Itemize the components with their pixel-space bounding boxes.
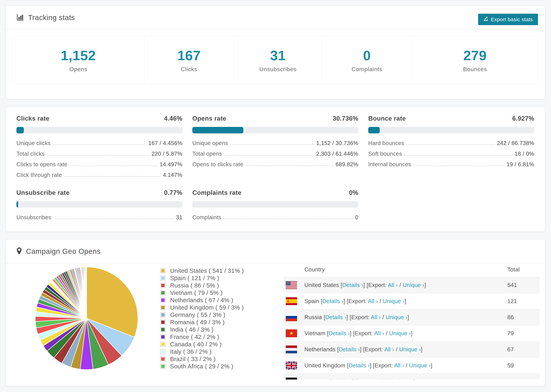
stat-row-value: 220 / 5.87% [151, 151, 182, 157]
stat-row-label: Opens to clicks rate [192, 161, 243, 168]
rate-value: 4.46% [164, 115, 182, 122]
dotted-leader [230, 144, 314, 145]
details-link[interactable]: Details › [329, 330, 350, 336]
details-link[interactable]: Details › [339, 346, 360, 352]
legend-swatch [160, 290, 166, 295]
stat-row-value: 14.497% [160, 161, 182, 168]
rate-value: 30.736% [333, 115, 358, 122]
rates-card: Clicks rate4.46%Unique clicks167 / 4.456… [6, 107, 545, 232]
export-all-link[interactable]: All › [384, 346, 394, 352]
bracket: ] [350, 330, 353, 336]
stat-row: Internal bounces19 / 6.81% [368, 161, 534, 168]
export-unique-link[interactable]: Unique › [383, 298, 404, 304]
slash: / [387, 378, 392, 379]
export-all-link[interactable]: All › [388, 282, 398, 288]
geo-title: Campaign Geo Opens [26, 247, 101, 256]
export-all-link[interactable]: All › [374, 330, 384, 336]
export-all-link[interactable]: All › [394, 362, 404, 369]
legend-swatch [160, 283, 166, 288]
legend-item-spain[interactable]: Spain ( 121 / 7% ) [160, 274, 244, 282]
country-name: Vietnam [304, 330, 327, 336]
legend-item-vietnam[interactable]: Vietnam ( 79 / 5% ) [160, 289, 244, 296]
legend-swatch [160, 334, 166, 340]
rate-value: 6.927% [512, 115, 534, 122]
legend-item-russia[interactable]: Russia ( 86 / 5% ) [160, 282, 244, 289]
rate-block-complaints-rate: Complaints rate0%Complaints0 [192, 189, 358, 221]
legend-item-canada[interactable]: Canada ( 40 / 2% ) [160, 341, 244, 348]
export-unique-link[interactable]: Unique › [386, 314, 407, 320]
legend-label: United Kingdom ( 59 / 3% ) [170, 304, 244, 311]
country-row-text: Russia [Details ›] [Export: All › / Uniq… [304, 314, 409, 321]
legend-item-romania[interactable]: Romania ( 49 / 3% ) [160, 318, 244, 326]
legend-item-united-kingdom[interactable]: United Kingdom ( 59 / 3% ) [160, 304, 244, 311]
campaign-geo-opens-card: Campaign Geo Opens United States ( 541 /… [6, 239, 545, 386]
details-link[interactable]: Details › [342, 282, 363, 288]
stat-row-value: 2,303 / 61.446% [316, 151, 358, 157]
export-unique-link[interactable]: Unique › [403, 282, 424, 288]
rate-title: Bounce rate [368, 115, 406, 122]
slash: / [398, 282, 403, 288]
stat-row-label: Total opens [192, 151, 222, 157]
legend-swatch [160, 268, 166, 273]
country-cell: United States [Details ›] [Export: All ›… [284, 281, 507, 289]
slash: / [378, 298, 383, 304]
export-all-link[interactable]: All › [368, 298, 378, 304]
details-link[interactable]: Details › [331, 378, 353, 379]
country-name: United Kingdom [304, 362, 347, 369]
bracket: ] [411, 330, 412, 336]
details-link[interactable]: Details › [349, 362, 370, 369]
country-row-text: Spain [Details ›] [Export: All › / Uniqu… [304, 298, 406, 304]
stat-cell-unsubscribes: 31Unsubscribes [233, 36, 323, 84]
legend-item-south-africa[interactable]: South Africa ( 29 / 2% ) [160, 363, 244, 370]
stat-row-value: 242 / 86.738% [497, 140, 534, 147]
stat-row: Complaints0 [192, 214, 358, 221]
bracket: ] [413, 378, 415, 379]
legend-item-netherlands[interactable]: Netherlands ( 67 / 4% ) [160, 296, 244, 304]
bracket: ] [404, 298, 406, 304]
bracket: ] [424, 282, 426, 288]
bracket: ] [360, 346, 363, 352]
bracket: ] [352, 378, 356, 379]
stat-row: Soft bounces18 / 0% [368, 151, 534, 157]
export-unique-link[interactable]: Unique › [399, 346, 421, 352]
stat-row-label: Total clicks [16, 151, 44, 157]
details-link[interactable]: Details › [325, 314, 346, 320]
legend-item-germany[interactable]: Germany ( 55 / 3% ) [160, 311, 244, 318]
stat-value: 167 [177, 48, 201, 63]
export-unique-link[interactable]: Unique › [409, 362, 431, 369]
slash: / [381, 314, 386, 320]
stat-row-label: Click through rate [16, 172, 62, 178]
legend-item-france[interactable]: France ( 42 / 2% ) [160, 333, 244, 341]
legend-label: Canada ( 40 / 2% ) [170, 341, 222, 348]
export-unique-link[interactable]: Unique › [389, 330, 411, 336]
stat-row: Unsubscribes31 [16, 214, 182, 221]
legend-item-india[interactable]: India ( 46 / 3% ) [160, 326, 244, 333]
legend-item-brazil[interactable]: Brazil ( 33 / 2% ) [160, 355, 244, 363]
total-value: 86 [507, 314, 540, 321]
stat-row-label: Internal bounces [368, 161, 411, 168]
flag-icon-gb [286, 362, 297, 369]
export-all-link[interactable]: All › [377, 378, 387, 379]
export-all-link[interactable]: All › [371, 314, 381, 320]
rate-title: Complaints rate [192, 189, 241, 196]
details-link[interactable]: Details › [322, 298, 344, 304]
geo-pie-chart[interactable] [33, 265, 140, 372]
legend-item-united-states[interactable]: United States ( 541 / 31% ) [160, 267, 244, 274]
country-row-text: United States [Details ›] [Export: All ›… [304, 282, 426, 288]
total-value: 59 [507, 362, 540, 369]
rate-title: Opens rate [192, 115, 226, 122]
export-unique-link[interactable]: Unique › [392, 378, 413, 379]
stat-row-value: 19 / 6.81% [507, 161, 534, 168]
export-label: [Export: [356, 378, 377, 379]
stat-row-value: 31 [176, 214, 182, 221]
dotted-leader [54, 219, 174, 219]
legend-label: Brazil ( 33 / 2% ) [170, 356, 216, 362]
stat-value: 279 [463, 48, 487, 63]
dotted-leader [246, 166, 333, 166]
legend-item-italy[interactable]: Italy ( 36 / 2% ) [160, 348, 244, 355]
export-basic-stats-button[interactable]: Export basic stats [478, 14, 538, 25]
legend-swatch [160, 320, 166, 325]
stat-cell-bounces: 279Bounces [411, 36, 538, 84]
stat-value: 1,152 [61, 48, 96, 63]
legend-label: Spain ( 121 / 7% ) [170, 275, 219, 281]
